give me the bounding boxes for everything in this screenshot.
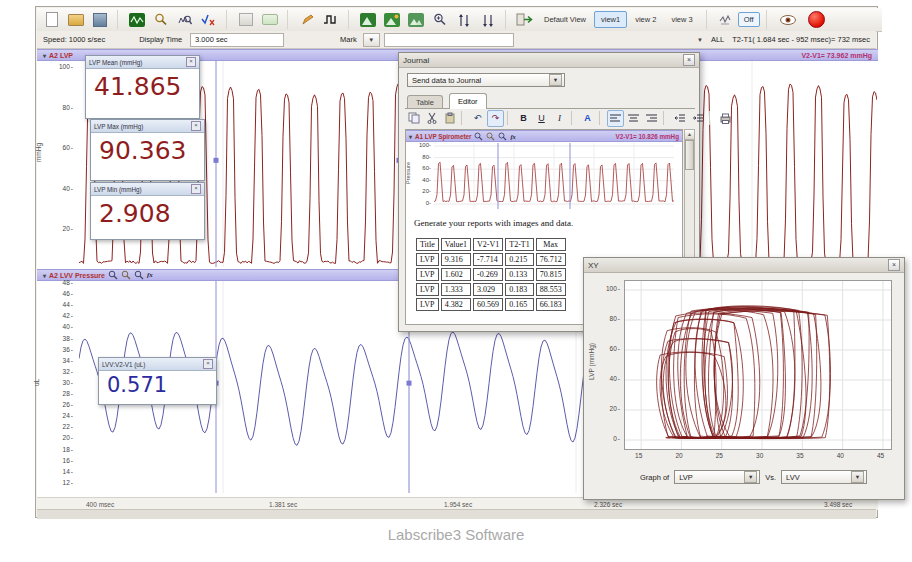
stim-off-button[interactable]: Off (738, 12, 760, 27)
italic-icon[interactable]: I (551, 110, 568, 127)
view1-button[interactable]: view1 (594, 11, 627, 28)
copy-icon[interactable] (405, 110, 422, 127)
preview-eye-button[interactable] (774, 9, 802, 30)
font-color-icon[interactable]: A (579, 110, 596, 127)
indent-icon[interactable] (689, 110, 706, 127)
table-cell: 3.029 (473, 283, 503, 296)
view2-button[interactable]: view 2 (628, 11, 663, 28)
stimulator-pulse-icon[interactable] (319, 9, 342, 30)
stim-setup-icon[interactable] (714, 9, 737, 30)
scroll-up-arrow[interactable]: ▲ (685, 130, 694, 140)
align-center-icon[interactable] (625, 110, 642, 127)
send-to-journal-dropdown[interactable]: Send data to Journal ▼ (407, 73, 565, 87)
range-label[interactable]: ALL (711, 35, 724, 44)
align-right-icon[interactable] (643, 110, 660, 127)
table-cell: 1.333 (441, 283, 471, 296)
close-icon[interactable]: × (186, 57, 196, 67)
default-view-button[interactable]: Default View (537, 11, 593, 28)
view3-button[interactable]: view 3 (664, 11, 699, 28)
align-left-icon[interactable] (607, 110, 624, 127)
journal-pencil-icon[interactable] (295, 9, 318, 30)
analysis-window-icon[interactable] (173, 9, 196, 30)
double-cursor-icon[interactable] (452, 9, 475, 30)
tab-table[interactable]: Table (407, 95, 443, 109)
bottom-scroll-strip[interactable] (37, 509, 876, 519)
journal-title-bar[interactable]: Journal × (399, 53, 699, 68)
redo-icon[interactable]: ↷ (487, 110, 504, 127)
mark-input[interactable] (384, 33, 514, 47)
table-cell: -0.269 (473, 268, 503, 281)
labscribe-screenshot: { "caption": "Labscribe3 Software", "col… (0, 0, 912, 562)
autoscale-icon[interactable] (134, 270, 144, 280)
y-series-select[interactable]: LVV▼ (781, 470, 867, 484)
timer-icon[interactable] (258, 9, 281, 30)
axis-tick-label: 25 (716, 452, 723, 459)
bold-icon[interactable]: B (515, 110, 532, 127)
acquisition-bar: Speed: 1000 s/sec Display Time 3.000 sec… (37, 31, 876, 49)
close-icon[interactable]: × (683, 54, 695, 66)
zoom-in-icon[interactable] (474, 132, 483, 141)
half-display-icon[interactable] (234, 9, 257, 30)
underline-icon[interactable]: U (533, 110, 550, 127)
axis-tick-label: 38 (63, 335, 73, 343)
autoscale-icon[interactable] (404, 9, 427, 30)
journal-body-text[interactable]: Generate your reports with images and da… (414, 218, 573, 228)
export-view-icon[interactable] (513, 9, 536, 30)
channel-a-y-axis: 10080604020 (45, 61, 75, 267)
zoom-window-icon[interactable] (149, 9, 172, 30)
marks-icon[interactable] (197, 9, 220, 30)
undo-icon[interactable]: ↶ (469, 110, 486, 127)
axis-tick-label: 32 (63, 368, 73, 376)
magnify-between-cursors-icon[interactable] (428, 9, 451, 30)
time-axis-label: 3.498 sec (824, 501, 852, 508)
mark-dropdown[interactable]: ▼ (363, 33, 380, 47)
scroll-thumb[interactable] (685, 140, 694, 170)
fx-function-icon[interactable]: fx (510, 133, 515, 140)
zoom-out-icon[interactable] (486, 132, 495, 141)
zoom-in-display-icon[interactable] (380, 9, 403, 30)
record-button[interactable] (803, 9, 831, 30)
lvp-min-box[interactable]: LVP Min (mmHg)× 2.908 (90, 182, 205, 240)
close-icon[interactable]: × (888, 259, 900, 271)
tab-editor[interactable]: Editor (449, 93, 487, 109)
outdent-icon[interactable] (671, 110, 688, 127)
table-row: LVP4.38260.5690.16566.183 (416, 298, 566, 311)
close-icon[interactable]: × (191, 184, 201, 194)
zoom-out-icon[interactable] (121, 270, 131, 280)
zoom-in-icon[interactable] (108, 270, 118, 280)
xy-window[interactable]: XY × LVP (mmHg) 100806040200 15202530354… (583, 257, 905, 500)
table-cell: LVP (416, 283, 439, 296)
save-file-icon[interactable] (88, 9, 111, 30)
journal-data-table: TitleValue1V2-V1T2-T1MaxLVP9.316-7.7140.… (414, 236, 568, 313)
value-box-title-bar: LVP Min (mmHg)× (91, 183, 204, 196)
print-icon[interactable] (717, 110, 734, 127)
range-dropdown-caret[interactable]: ▼ (697, 37, 703, 43)
close-icon[interactable]: × (203, 359, 213, 369)
open-file-icon[interactable] (64, 9, 87, 30)
chevron-down-icon: ▼ (549, 74, 562, 86)
table-cell: 4.382 (441, 298, 471, 311)
xy-x-axis: 15202530354045 (624, 451, 890, 461)
collapse-caret-icon[interactable]: ▾ (43, 52, 46, 59)
cut-icon[interactable] (423, 110, 440, 127)
paste-icon[interactable] (441, 110, 458, 127)
x-series-select[interactable]: LVP▼ (674, 470, 760, 484)
table-cell: 66.183 (536, 298, 566, 311)
collapse-caret-icon[interactable]: ▾ (43, 272, 46, 279)
zoom-out-display-icon[interactable] (356, 9, 379, 30)
close-icon[interactable]: × (191, 121, 201, 131)
fx-function-icon[interactable]: fx (147, 271, 153, 279)
record-icon (808, 11, 825, 28)
axis-tick-label: 18 (63, 446, 73, 454)
display-time-input[interactable]: 3.000 sec (190, 33, 284, 47)
autoscale-icon[interactable] (498, 132, 507, 141)
scope-view-icon[interactable] (125, 9, 148, 30)
collapse-caret-icon[interactable]: ▾ (409, 133, 412, 140)
lvp-mean-box[interactable]: LVP Mean (mmHg)× 41.865 (85, 55, 200, 119)
lvp-max-box[interactable]: LVP Max (mmHg)× 90.363 (90, 119, 205, 181)
image-caption: Labscribe3 Software (0, 526, 912, 543)
lvv-delta-box[interactable]: LVV:V2-V1 (uL)× 0.571 (98, 357, 217, 405)
single-cursor-icon[interactable] (476, 9, 499, 30)
new-file-icon[interactable] (40, 9, 63, 30)
xy-title-bar[interactable]: XY × (584, 258, 904, 273)
